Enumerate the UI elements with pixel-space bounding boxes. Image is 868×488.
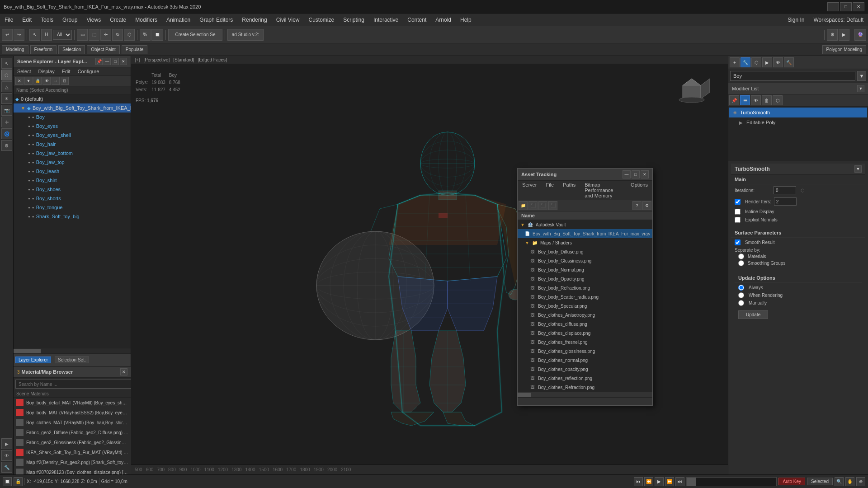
ts-manually-radio[interactable]: [738, 300, 744, 306]
mat-item-0[interactable]: Boy_body_detail_MAT (VRayMtl) [Boy_eyes_…: [14, 398, 131, 408]
sidebar-helpers-icon[interactable]: ✛: [1, 117, 12, 127]
material-editor-button[interactable]: 🔮: [854, 29, 866, 41]
at-item-scatter[interactable]: 🖼 Boy_body_Scatter_radius.png: [518, 292, 652, 301]
tree-item-boy-shirt[interactable]: ● ● Boy_shirt: [14, 176, 131, 185]
layer-explorer-badge[interactable]: Layer Explorer: [15, 357, 51, 363]
menu-tools[interactable]: Tools: [36, 14, 58, 26]
mat-item-1[interactable]: Boy_body_MAT (VRayFastSSS2) [Boy,Boy_eye…: [14, 408, 131, 418]
at-max-btn[interactable]: □: [632, 170, 640, 178]
undo-button[interactable]: ↩: [2, 29, 13, 41]
at-item-specular[interactable]: 🖼 Boy_body_Specular.png: [518, 301, 652, 310]
mat-item-5[interactable]: IKEA_Shark_Soft_Toy_Big_Fur_MAT (VRayMtl…: [14, 447, 131, 457]
ts-when-rendering-radio[interactable]: [738, 292, 744, 298]
menu-scripting[interactable]: Scripting: [339, 14, 369, 26]
sidebar-motion-icon[interactable]: ▶: [1, 438, 12, 449]
at-tb-4[interactable]: ⬛: [548, 201, 557, 210]
se-hscrollbar[interactable]: [14, 348, 131, 353]
select-button[interactable]: ↖: [29, 29, 40, 41]
rotate-button[interactable]: ↻: [112, 29, 123, 41]
selection-filter[interactable]: All: [53, 30, 72, 40]
mat-item-7[interactable]: Map #2070298123 (Boy_clothes_displace.pn…: [14, 467, 131, 474]
at-item-normal[interactable]: 🖼 Boy_body_Normal.png: [518, 265, 652, 274]
modeling-tab[interactable]: Modeling: [2, 45, 28, 54]
rt-motion-btn[interactable]: ▶: [762, 57, 772, 67]
selection-tab[interactable]: Selection: [58, 45, 85, 54]
at-menu-file[interactable]: File: [541, 181, 558, 200]
scale-button[interactable]: ⬡: [124, 29, 135, 41]
sidebar-poly-icon[interactable]: ⬡: [1, 70, 12, 80]
tree-item-shark[interactable]: ● ● Shark_Soft_toy_big: [14, 212, 131, 221]
object-paint-tab[interactable]: Object Paint: [87, 45, 119, 54]
se-close-icon[interactable]: ✕: [15, 77, 24, 85]
se-collapse-icon[interactable]: ⊟: [61, 77, 69, 85]
rt-create-btn[interactable]: +: [730, 57, 740, 67]
at-item-clothes-fresnel[interactable]: 🖼 Boy_clothes_fresnel.png: [518, 338, 652, 347]
render-button[interactable]: ▶: [839, 29, 849, 41]
menu-edit[interactable]: Edit: [18, 14, 36, 26]
studio-button[interactable]: ad Studio v.2:: [227, 29, 264, 41]
rt-hierarchy-btn[interactable]: ⬡: [751, 57, 761, 67]
at-menu-bitmap[interactable]: Bitmap Performance and Memory: [580, 181, 626, 200]
sidebar-select-icon[interactable]: ↖: [1, 58, 12, 69]
ts-explicit-checkbox[interactable]: [735, 217, 741, 223]
mat-item-2[interactable]: Boy_clothes_MAT (VRayMtl) [Boy_hair,Boy_…: [14, 418, 131, 427]
at-item-vault[interactable]: ▼ 🏦 Autodesk Vault: [518, 220, 652, 229]
at-item-clothes-opacity[interactable]: 🖼 Boy_clothes_opacity.png: [518, 365, 652, 374]
tree-item-boy-shoes[interactable]: ● ● Boy_shoes: [14, 185, 131, 194]
close-button[interactable]: ✕: [853, 2, 864, 11]
pb-prev-btn[interactable]: ⏪: [644, 477, 653, 486]
at-tb-3[interactable]: ⬛: [538, 201, 547, 210]
select-region-button[interactable]: ▭: [77, 29, 88, 41]
at-item-refraction[interactable]: 🖼 Boy_body_Refraction.png: [518, 283, 652, 292]
autokey-button[interactable]: Auto Key: [778, 478, 805, 485]
mod-stack-btn[interactable]: ☰: [740, 95, 750, 105]
at-item-maps-folder[interactable]: ▼ 📁 Maps / Shaders: [518, 238, 652, 247]
at-min-btn[interactable]: —: [623, 170, 631, 178]
obj-name-arrow[interactable]: ▼: [857, 71, 866, 81]
at-tb-settings[interactable]: ⚙: [642, 201, 651, 210]
viewport-perspective[interactable]: [Perspective]: [143, 57, 170, 62]
ts-materials-radio[interactable]: [738, 253, 744, 259]
at-item-clothes-glossiness[interactable]: 🖼 Boy_clothes_glossiness.png: [518, 347, 652, 356]
se-menu-edit[interactable]: Edit: [58, 67, 74, 75]
pb-play-btn[interactable]: ▶: [655, 477, 664, 486]
snap-toggle-button[interactable]: 🔲: [151, 29, 163, 41]
sidebar-display-icon[interactable]: 👁: [1, 450, 12, 461]
menu-graph-editors[interactable]: Graph Editors: [195, 14, 237, 26]
tree-item-boy-hair[interactable]: ● ● Boy_hair: [14, 140, 131, 149]
at-item-anisotropy[interactable]: 🖼 Boy_clothes_Anisotropy.png: [518, 310, 652, 319]
tree-item-boy-tongue[interactable]: ● ● Boy_tongue: [14, 203, 131, 212]
ts-expand-btn[interactable]: ▼: [854, 165, 862, 173]
mod-item-turbosmooth[interactable]: ◉ TurboSmooth: [729, 108, 867, 117]
rt-modify-btn[interactable]: 🔧: [741, 57, 750, 67]
menu-group[interactable]: Group: [58, 14, 82, 26]
ts-always-radio[interactable]: [738, 285, 744, 291]
selected-badge[interactable]: Selected: [807, 478, 833, 485]
ts-render-iters-checkbox[interactable]: [735, 199, 741, 205]
se-hscroll-thumb[interactable]: [14, 349, 41, 353]
tree-item-boy-jaw-bottom[interactable]: ● ● Boy_jaw_bottom: [14, 149, 131, 158]
tree-item-boy-shorts[interactable]: ● ● Boy_shorts: [14, 194, 131, 203]
rt-utils-btn[interactable]: 🔨: [784, 57, 794, 67]
ts-render-iters-input[interactable]: [774, 197, 797, 206]
menu-civil-view[interactable]: Civil View: [272, 14, 304, 26]
se-pin-button[interactable]: 📌: [95, 58, 103, 65]
at-tb-2[interactable]: ⬛: [528, 201, 538, 210]
menu-customize[interactable]: Customize: [304, 14, 339, 26]
ts-smoothing-groups-radio[interactable]: [738, 260, 744, 266]
render-setup-button[interactable]: ⚙: [827, 29, 838, 41]
maximize-button[interactable]: □: [840, 2, 852, 11]
menu-content[interactable]: Content: [403, 14, 431, 26]
tree-item-boy-container[interactable]: ▼ ◆ Boy_with_Big_Soft_Toy_Shark_from_IKE…: [14, 103, 131, 113]
ts-isoline-checkbox[interactable]: [735, 209, 741, 215]
ts-update-button[interactable]: Update: [738, 310, 768, 319]
ts-smooth-result-checkbox[interactable]: [735, 239, 741, 245]
menu-rendering[interactable]: Rendering: [237, 14, 271, 26]
lock-btn-sb[interactable]: 🔒: [14, 477, 23, 486]
workspaces-dropdown[interactable]: Workspaces: Default: [809, 14, 868, 26]
se-menu-display[interactable]: Display: [35, 67, 58, 75]
tree-item-layer0[interactable]: ◆ 0 (default): [14, 94, 131, 103]
sidebar-shapes-icon[interactable]: △: [1, 81, 12, 92]
at-scroll-thumb[interactable]: [518, 393, 531, 397]
viewport-standard[interactable]: [Standard]: [173, 57, 194, 62]
